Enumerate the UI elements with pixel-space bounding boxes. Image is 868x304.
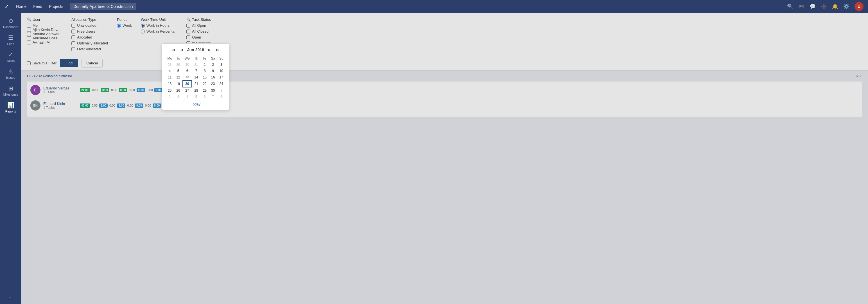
cal-day[interactable]: 7 [209, 94, 217, 100]
cal-prev-button[interactable]: ◄ [179, 47, 185, 53]
cal-day[interactable]: 3 [174, 94, 182, 100]
sidebar-item-milestones[interactable]: ⊞ Milestones [0, 83, 21, 98]
cal-day[interactable]: 24 [217, 81, 225, 87]
cal-day[interactable]: 27 [183, 87, 192, 94]
sidebar: ⊙ Dashboard ☰ Feed ✓ Tasks ⚠ Issues ⊞ Mi… [0, 13, 21, 304]
calendar-popup: ⏮ ◄ Jun 2018 ► ⏭ Mo Tu We Th Fr Sa Su [162, 43, 229, 110]
calendar-grid: Mo Tu We Th Fr Sa Su 2829303112345678910… [165, 55, 226, 100]
feed-icon: ☰ [8, 34, 13, 41]
notification-icon[interactable]: 🔔 [832, 3, 838, 9]
cal-month-label: Jun 2018 [187, 48, 204, 52]
cal-day[interactable]: 7 [192, 68, 200, 74]
cal-last-next-button[interactable]: ⏭ [215, 47, 221, 53]
sidebar-more[interactable]: ··· [8, 295, 13, 301]
cal-header-fr: Fr [201, 55, 209, 62]
cal-day[interactable]: 20 [183, 81, 192, 87]
modal-overlay [21, 13, 868, 304]
cal-day[interactable]: 4 [183, 94, 192, 100]
reports-icon: 📊 [7, 102, 14, 109]
cal-day[interactable]: 18 [165, 81, 174, 87]
top-nav: ✓ Home Feed Projects Donnelly Apartments… [0, 0, 868, 13]
cal-day[interactable]: 26 [174, 87, 182, 94]
sidebar-item-label: Feed [7, 42, 14, 45]
cal-day[interactable]: 16 [209, 74, 217, 81]
cal-day[interactable]: 11 [165, 74, 174, 81]
sidebar-item-label: Reports [5, 110, 16, 113]
cal-day[interactable]: 13 [183, 74, 192, 81]
cal-day[interactable]: 17 [217, 74, 225, 81]
nav-home[interactable]: Home [16, 4, 26, 9]
sidebar-item-feed[interactable]: ☰ Feed [0, 32, 21, 48]
content-area: 🔍 User Me Ajith Kevin Deva... Amritha Ag… [21, 13, 868, 304]
cal-header-tu: Tu [174, 55, 182, 62]
sidebar-item-tasks[interactable]: ✓ Tasks [0, 49, 21, 65]
avatar[interactable]: U [855, 2, 864, 11]
active-project-tab[interactable]: Donnelly Apartments Construction [70, 3, 136, 10]
cal-day[interactable]: 29 [201, 87, 209, 94]
cal-day[interactable]: 30 [183, 62, 192, 68]
cal-day[interactable]: 5 [174, 68, 182, 74]
cal-day[interactable]: 19 [174, 81, 182, 87]
search-icon[interactable]: 🔍 [787, 3, 793, 9]
cal-day[interactable]: 4 [165, 68, 174, 74]
cal-day[interactable]: 15 [201, 74, 209, 81]
cal-header-mo: Mo [165, 55, 174, 62]
tasks-icon: ✓ [8, 51, 13, 58]
cal-header-su: Su [217, 55, 225, 62]
cal-day[interactable]: 1 [217, 87, 225, 94]
cal-day[interactable]: 8 [217, 94, 225, 100]
settings-icon[interactable]: ⚙️ [843, 3, 849, 9]
cal-day[interactable]: 6 [183, 68, 192, 74]
game-icon[interactable]: 🎮 [798, 3, 804, 9]
cal-first-prev-button[interactable]: ⏮ [170, 47, 177, 53]
cal-day[interactable]: 1 [201, 62, 209, 68]
sidebar-item-reports[interactable]: 📊 Reports [0, 99, 21, 115]
cal-day[interactable]: 31 [192, 62, 200, 68]
cal-header-we: We [183, 55, 192, 62]
calendar-header: ⏮ ◄ Jun 2018 ► ⏭ [165, 47, 226, 53]
cal-day[interactable]: 9 [209, 68, 217, 74]
chat-icon[interactable]: 💬 [809, 3, 816, 9]
cal-today-button[interactable]: Today [191, 102, 201, 106]
issues-icon: ⚠ [8, 68, 13, 75]
sidebar-item-issues[interactable]: ⚠ Issues [0, 66, 21, 82]
cal-day[interactable]: 3 [217, 62, 225, 68]
cal-header-th: Th [192, 55, 200, 62]
milestones-icon: ⊞ [8, 85, 13, 92]
cal-day[interactable]: 21 [192, 81, 200, 87]
cal-day[interactable]: 23 [209, 81, 217, 87]
dashboard-icon: ⊙ [8, 18, 13, 24]
main-layout: ⊙ Dashboard ☰ Feed ✓ Tasks ⚠ Issues ⊞ Mi… [0, 13, 868, 304]
sidebar-item-label: Tasks [7, 59, 14, 62]
sidebar-item-label: Milestones [3, 93, 18, 96]
sidebar-item-label: Issues [6, 76, 15, 79]
add-icon[interactable]: ➕ [821, 3, 827, 9]
cal-day[interactable]: 6 [201, 94, 209, 100]
nav-projects[interactable]: Projects [49, 4, 63, 9]
nav-feed[interactable]: Feed [33, 4, 42, 9]
cal-day[interactable]: 22 [201, 81, 209, 87]
cal-day[interactable]: 2 [165, 94, 174, 100]
cal-today-link: Today [165, 102, 226, 106]
cal-day[interactable]: 12 [174, 74, 182, 81]
sidebar-item-dashboard[interactable]: ⊙ Dashboard [0, 15, 21, 31]
cal-day[interactable]: 14 [192, 74, 200, 81]
logo-icon[interactable]: ✓ [4, 3, 9, 10]
cal-day[interactable]: 10 [217, 68, 225, 74]
cal-day[interactable]: 30 [209, 87, 217, 94]
cal-day[interactable]: 8 [201, 68, 209, 74]
cal-day[interactable]: 28 [192, 87, 200, 94]
cal-day[interactable]: 5 [192, 94, 200, 100]
sidebar-item-label: Dashboard [3, 25, 18, 29]
cal-day[interactable]: 2 [209, 62, 217, 68]
cal-day[interactable]: 28 [165, 62, 174, 68]
cal-header-sa: Sa [209, 55, 217, 62]
cal-day[interactable]: 25 [165, 87, 174, 94]
top-nav-right: 🔍 🎮 💬 ➕ 🔔 ⚙️ U [787, 2, 864, 11]
cal-day[interactable]: 29 [174, 62, 182, 68]
cal-next-button[interactable]: ► [206, 47, 213, 53]
